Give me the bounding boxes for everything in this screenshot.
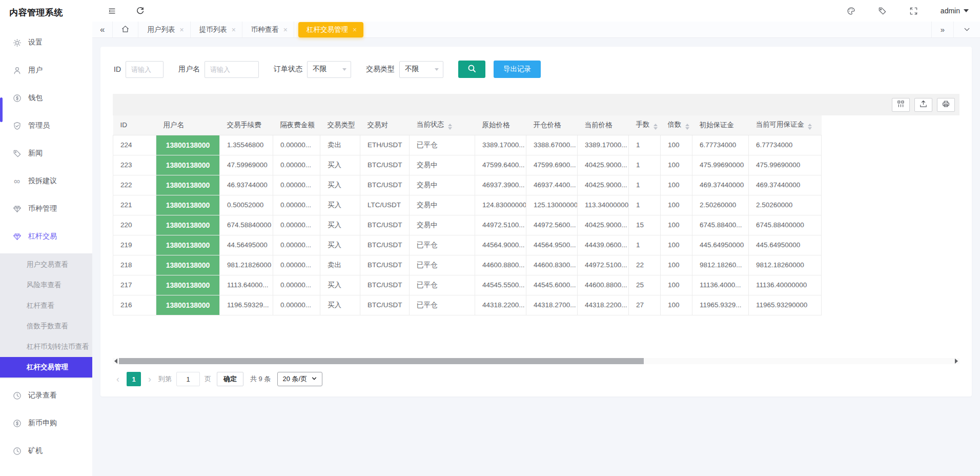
prev-page-icon[interactable]: ‹ [114, 374, 122, 384]
username-badge: 13800138000 [156, 175, 220, 195]
sidebar-item[interactable]: 钱包 [0, 87, 92, 109]
table-row[interactable]: 2191380013800044.564950000.00000...买入BTC… [113, 235, 822, 255]
table-row[interactable]: 2231380013800047.599690000.00000...买入BTC… [113, 155, 822, 175]
collapse-menu-icon[interactable] [108, 7, 116, 15]
table-cell: 216 [113, 295, 156, 315]
sidebar-item[interactable]: 币种管理 [0, 198, 92, 220]
home-tab[interactable] [112, 22, 138, 37]
table-cell: 3389.17000... [475, 135, 526, 155]
sort-icon[interactable] [654, 124, 658, 130]
scroll-left-arrow-icon[interactable] [114, 359, 117, 364]
table-row[interactable]: 21813800138000981.218260000.00000...卖出BT… [113, 255, 822, 275]
order-status-select[interactable]: 不限 [307, 61, 351, 78]
sort-icon[interactable] [808, 124, 812, 130]
goto-page-input[interactable] [176, 372, 200, 386]
sidebar-subitem[interactable]: 杠杆交易管理 [0, 357, 92, 378]
sidebar-subitem[interactable]: 风险率查看 [0, 275, 92, 295]
table-cell: 219 [113, 235, 156, 255]
scrollbar-thumb[interactable] [119, 358, 644, 364]
table-cell: 0.00000... [273, 135, 320, 155]
tabs-scroll-left-icon[interactable]: « [92, 22, 112, 37]
table-cell: BTC/USDT [360, 275, 410, 295]
page-size-select[interactable]: 20 条/页 [277, 372, 322, 386]
sidebar-item[interactable]: 杠杆交易 [0, 226, 92, 247]
close-icon[interactable]: × [283, 26, 288, 33]
print-tool-button[interactable] [937, 98, 955, 112]
table-cell: 674.58840000 [220, 215, 273, 235]
id-filter-input[interactable] [126, 61, 164, 78]
table-row[interactable]: 224138001380001.355468000.00000...卖出ETH/… [113, 135, 822, 155]
table-row[interactable]: 217138001380001113.64000...0.00000...买入B… [113, 275, 822, 295]
table-cell: 221 [113, 195, 156, 215]
fullscreen-icon[interactable] [909, 7, 918, 15]
sidebar-item[interactable]: 记录查看 [0, 385, 92, 406]
trade-type-select[interactable]: 不限 [399, 61, 443, 78]
columns-tool-button[interactable] [892, 98, 910, 112]
trade-type-filter-label: 交易类型 [366, 65, 395, 74]
current-page[interactable]: 1 [127, 372, 141, 386]
tabs-scroll-right-icon[interactable]: » [931, 22, 953, 37]
table-row[interactable]: 221138001380000.500520000.00000...买入LTC/… [113, 195, 822, 215]
column-header: 初始保证金 [692, 115, 749, 135]
tag-icon[interactable] [878, 7, 887, 15]
sidebar-item[interactable]: 新闻 [0, 143, 92, 164]
sidebar-item[interactable]: ∞投拆建议 [0, 170, 92, 192]
export-tool-button[interactable] [914, 98, 932, 112]
table-cell: 100 [661, 255, 692, 275]
sidebar-item[interactable]: 管理员 [0, 115, 92, 136]
sort-icon[interactable] [448, 124, 452, 130]
tabs-container: 用户列表×提币列表×币种查看×杠杆交易管理× [138, 22, 368, 37]
scroll-right-arrow-icon[interactable] [955, 359, 958, 364]
coin-icon [12, 419, 22, 428]
table-cell: 1196.59329... [220, 295, 273, 315]
sidebar-item[interactable]: 用户 [0, 60, 92, 81]
user-menu[interactable]: admin [941, 7, 969, 15]
table-cell: 100 [661, 215, 692, 235]
search-button[interactable] [458, 61, 485, 78]
table-cell: 买入 [320, 215, 360, 235]
table-cell: 44564.9000... [475, 235, 526, 255]
sidebar-subitem[interactable]: 杠杆币划转法币查看 [0, 336, 92, 357]
table-cell: 40425.9000... [578, 155, 629, 175]
sidebar-item[interactable]: 设置 [0, 32, 92, 53]
app-title: 内容管理系统 [0, 0, 92, 26]
table-cell: 44545.6000... [526, 275, 578, 295]
table-row[interactable]: 22013800138000674.588400000.00000...买入BT… [113, 215, 822, 235]
sidebar-item[interactable]: 新币申购 [0, 412, 92, 434]
sidebar-subitem[interactable]: 杠杆查看 [0, 295, 92, 316]
table-cell: BTC/USDT [360, 235, 410, 255]
sidebar-subitem[interactable]: 用户交易查看 [0, 254, 92, 275]
table-cell: 220 [113, 215, 156, 235]
sidebar-scrollbar-thumb[interactable] [0, 97, 3, 122]
tab[interactable]: 提币列表× [191, 22, 242, 37]
goto-confirm-button[interactable]: 确定 [217, 372, 243, 386]
user-name: admin [941, 7, 960, 15]
tab[interactable]: 杠杆交易管理× [298, 22, 363, 37]
table-row[interactable]: 2221380013800046.937440000.00000...买入BTC… [113, 175, 822, 195]
tab[interactable]: 币种查看× [242, 22, 294, 37]
column-header-label: 开仓价格 [534, 121, 561, 129]
select-caret-icon [311, 375, 317, 383]
tab[interactable]: 用户列表× [138, 22, 190, 37]
column-header: 交易类型 [320, 115, 360, 135]
table-row[interactable]: 216138001380001196.59329...0.00000...买入B… [113, 295, 822, 315]
palette-icon[interactable] [847, 7, 855, 15]
column-header-label: 当前状态 [417, 121, 444, 128]
export-records-button[interactable]: 导出记录 [494, 61, 541, 78]
table-cell: 买入 [320, 235, 360, 255]
table-cell: 475.99690000 [692, 155, 749, 175]
username-filter-input[interactable] [205, 61, 259, 78]
close-icon[interactable]: × [179, 26, 183, 33]
tabs-menu-icon[interactable] [953, 22, 980, 37]
table-zone: ID用户名交易手续费隔夜费金额交易类型交易对当前状态原始价格开仓价格当前价格手数… [113, 115, 959, 358]
close-icon[interactable]: × [232, 26, 236, 33]
table-cell: 100 [661, 135, 692, 155]
sidebar-subitem[interactable]: 倍数手数查看 [0, 316, 92, 336]
table-cell: 100 [661, 155, 692, 175]
sort-icon[interactable] [685, 124, 689, 130]
close-icon[interactable]: × [353, 26, 357, 33]
sidebar-item[interactable]: 矿机 [0, 440, 92, 462]
horizontal-scrollbar[interactable] [113, 358, 959, 364]
refresh-icon[interactable] [136, 7, 145, 15]
next-page-icon[interactable]: › [146, 374, 154, 384]
